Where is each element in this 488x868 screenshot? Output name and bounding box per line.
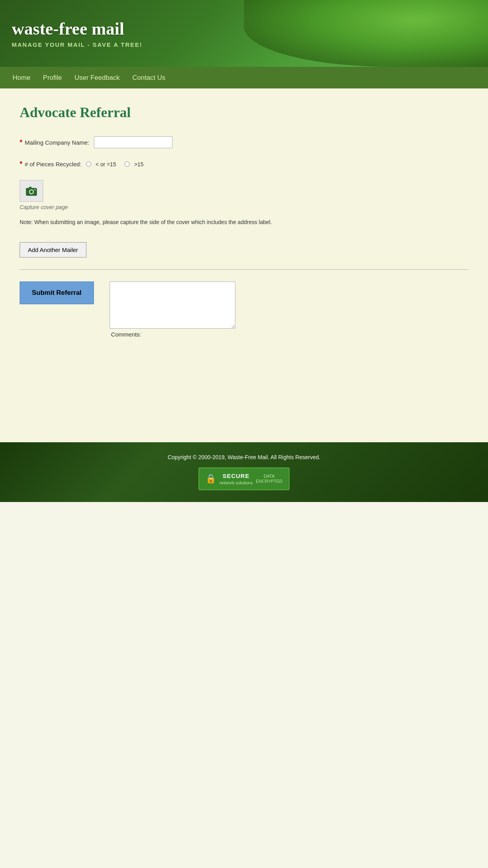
site-title: waste-free mail [12,19,143,39]
comments-label: Comments: [110,331,141,338]
section-divider [20,269,468,270]
svg-point-2 [30,190,33,193]
note-text: Note: When submitting an image, please c… [20,218,468,226]
camera-icon [25,185,38,197]
nav-profile[interactable]: Profile [42,72,62,84]
radio-lte15-label: < or =15 [95,161,116,167]
secure-badge-text: SECURE network solutions [219,472,253,485]
comments-textarea[interactable] [110,281,235,329]
data-encrypted-label: DATA ENCRYPTED [256,474,283,484]
secure-badge: 🔒 SECURE network solutions DATA ENCRYPTE… [198,467,290,490]
mailing-company-label: Mailing Company Name: [25,139,89,146]
main-nav: Home Profile User Feedback Contact Us [0,67,488,88]
pieces-recycled-row: * # of Pieces Recycled: < or =15 >15 [20,160,468,168]
required-star-company: * [20,138,22,147]
site-subtitle: MANAGE YOUR MAIL - SAVE A TREE! [12,41,143,48]
mailing-company-input[interactable] [94,136,172,148]
nav-contact-us[interactable]: Contact Us [132,72,166,84]
radio-lte15[interactable] [86,162,91,167]
add-mailer-button[interactable]: Add Another Mailer [20,242,86,257]
comments-section: Comments: [110,281,235,338]
radio-gt15[interactable] [125,162,130,167]
pieces-recycled-label: # of Pieces Recycled: [25,161,81,167]
lock-icon: 🔒 [205,474,216,484]
nav-user-feedback[interactable]: User Feedback [74,72,121,84]
page-title: Advocate Referral [20,104,468,121]
network-solutions-label: network solutions [219,480,253,485]
capture-label: Capture cover page [20,204,468,210]
radio-gt15-label: >15 [134,161,143,167]
header-text-block: waste-free mail MANAGE YOUR MAIL - SAVE … [12,19,143,48]
secure-label: SECURE [219,472,253,480]
submit-referral-button[interactable]: Submit Referral [20,281,94,304]
capture-button[interactable] [20,180,43,202]
mailing-company-row: * Mailing Company Name: [20,136,468,148]
svg-point-4 [34,189,36,190]
nav-home[interactable]: Home [12,72,31,84]
svg-rect-3 [29,187,31,188]
required-star-pieces: * [20,160,22,168]
header-leaf-decoration [244,0,488,67]
header: waste-free mail MANAGE YOUR MAIL - SAVE … [0,0,488,67]
footer-copyright: Copyright © 2000-2019, Waste-Free Mail. … [8,454,480,460]
camera-section: Capture cover page [20,180,468,210]
footer: Copyright © 2000-2019, Waste-Free Mail. … [0,442,488,502]
main-content: Advocate Referral * Mailing Company Name… [0,88,488,442]
radio-group-pieces: < or =15 >15 [86,161,149,167]
bottom-section: Submit Referral Comments: [20,281,468,338]
